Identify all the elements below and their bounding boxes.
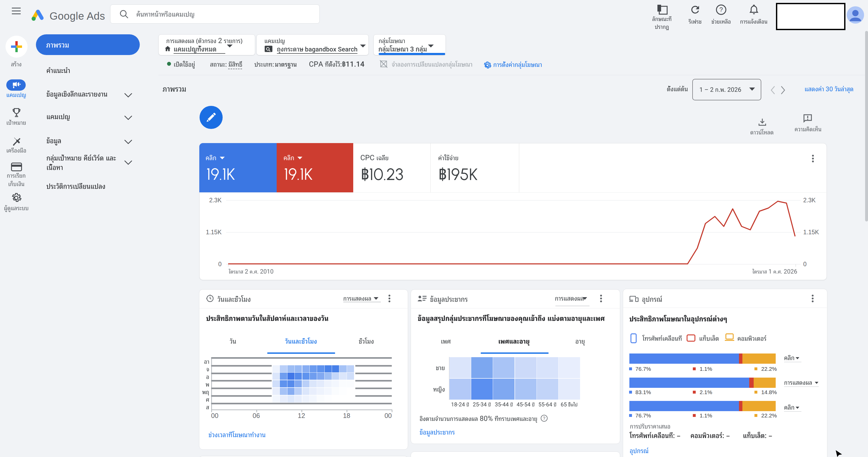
svg-text:?: ?: [543, 416, 546, 421]
svg-text:?: ?: [719, 6, 723, 13]
